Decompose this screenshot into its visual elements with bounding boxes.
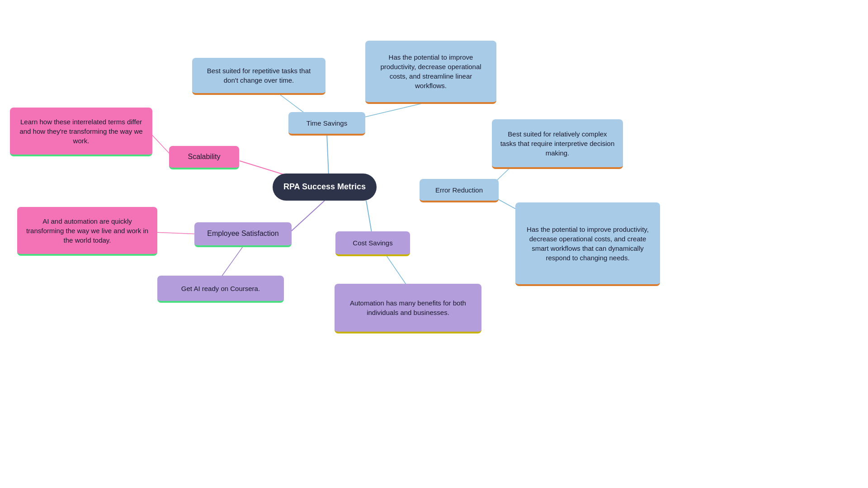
time-savings-node: Time Savings (288, 112, 365, 136)
desc-coursera-label: Get AI ready on Coursera. (181, 284, 260, 293)
employee-satisfaction-label: Employee Satisfaction (207, 229, 278, 239)
employee-satisfaction-node: Employee Satisfaction (194, 222, 292, 247)
desc-smart-label: Has the potential to improve productivit… (524, 225, 652, 263)
cost-savings-label: Cost Savings (353, 238, 392, 248)
desc-get-ai-ready: Get AI ready on Coursera. (157, 276, 284, 303)
error-reduction-node: Error Reduction (420, 179, 499, 202)
desc-complex-label: Best suited for relatively complex tasks… (500, 129, 615, 158)
desc-repetitive-label: Best suited for repetitive tasks that do… (200, 66, 317, 85)
svg-line-3 (287, 201, 325, 235)
desc-automation-benefits: Automation has many benefits for both in… (335, 284, 481, 333)
svg-line-11 (222, 247, 243, 277)
desc-ai-automation: AI and automation are quickly transformi… (17, 207, 157, 256)
error-reduction-label: Error Reduction (435, 185, 483, 195)
center-node: RPA Success Metrics (273, 174, 377, 201)
desc-ai-label: AI and automation are quickly transformi… (24, 216, 150, 245)
cost-savings-node: Cost Savings (335, 231, 410, 256)
desc-best-suited-repetitive: Best suited for repetitive tasks that do… (192, 58, 326, 95)
desc-productivity-label: Has the potential to improve productivit… (373, 52, 488, 90)
scalability-label: Scalability (188, 152, 220, 162)
desc-best-suited-complex: Best suited for relatively complex tasks… (492, 119, 623, 169)
desc-learn-interrelated: Learn how these interrelated terms diffe… (10, 108, 152, 156)
desc-benefits-label: Automation has many benefits for both in… (342, 298, 474, 317)
scalability-node: Scalability (169, 146, 239, 169)
svg-line-4 (366, 201, 372, 232)
mindmap-container: RPA Success Metrics Time Savings Scalabi… (0, 0, 868, 488)
center-label: RPA Success Metrics (283, 181, 366, 192)
desc-improve-productivity: Has the potential to improve productivit… (365, 41, 496, 104)
time-savings-label: Time Savings (307, 118, 347, 128)
desc-improve-smart: Has the potential to improve productivit… (515, 202, 660, 286)
svg-line-12 (387, 256, 407, 286)
desc-interrelated-label: Learn how these interrelated terms diffe… (17, 117, 145, 145)
